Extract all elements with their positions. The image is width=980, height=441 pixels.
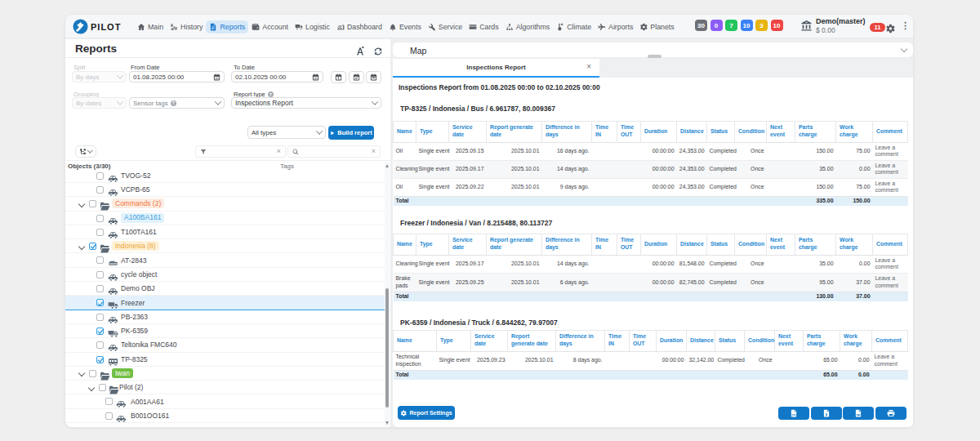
row-checkbox[interactable]	[89, 200, 96, 207]
tree-row-t100ta161[interactable]: T100TA161	[65, 225, 385, 239]
column-header[interactable]: Status	[707, 121, 735, 142]
filter-input[interactable]: ×	[195, 145, 286, 158]
tree-row-pilot-2-[interactable]: Pilot (2)	[65, 381, 385, 394]
column-header[interactable]: Comment	[873, 121, 908, 142]
counter-badge-5[interactable]: 10	[771, 20, 783, 31]
table-cell[interactable]: Leave a comment	[873, 142, 908, 160]
nav-item-logistic[interactable]: Logistic	[292, 20, 333, 33]
column-header[interactable]: Name	[394, 121, 416, 142]
column-header[interactable]: Name	[394, 234, 416, 255]
split-select[interactable]: By days	[72, 71, 127, 82]
tree-row-a100ba161[interactable]: A100BA161	[65, 212, 385, 225]
column-header[interactable]: Distance	[687, 330, 715, 351]
table-cell[interactable]: Leave a comment	[873, 274, 908, 292]
column-header[interactable]: Condition	[735, 234, 767, 255]
nav-item-algorithms[interactable]: Algorithms	[502, 20, 554, 33]
row-checkbox[interactable]	[96, 256, 104, 264]
column-header[interactable]: Next event	[775, 330, 804, 351]
scrollbar-thumb[interactable]	[385, 288, 389, 408]
column-header[interactable]: Distance	[677, 234, 707, 255]
tree-view-button[interactable]	[75, 145, 96, 158]
row-checkbox[interactable]	[96, 215, 104, 222]
tree-row-tvog-52[interactable]: TVOG-52	[65, 169, 385, 183]
clear-filter-icon[interactable]: ×	[277, 148, 281, 155]
column-header[interactable]: Next event	[767, 234, 795, 255]
tree-row-indonesia-8-[interactable]: Indonesia (8)	[65, 239, 385, 253]
calendar-month-button[interactable]	[366, 71, 381, 83]
column-header[interactable]: Condition	[735, 121, 767, 142]
column-header[interactable]: Type	[416, 234, 449, 255]
tree-row-vcpb-65[interactable]: VCPB-65	[65, 183, 385, 197]
nav-item-airports[interactable]: Airports	[595, 20, 636, 33]
column-header[interactable]: Next event	[767, 121, 795, 142]
row-checkbox[interactable]	[96, 341, 104, 349]
column-header[interactable]: Service date	[471, 330, 508, 351]
row-checkbox[interactable]	[89, 370, 96, 377]
row-checkbox[interactable]	[96, 229, 104, 236]
tree-row-at-2843[interactable]: AT-2843	[65, 253, 385, 267]
export-print-button[interactable]	[875, 407, 906, 420]
column-header[interactable]: Report generate date	[508, 330, 556, 351]
row-checkbox[interactable]	[96, 314, 104, 321]
more-menu-button[interactable]: ⋮	[901, 20, 910, 31]
row-checkbox[interactable]	[105, 412, 113, 420]
tab-inspections-report[interactable]: Inspections Report ×	[393, 59, 599, 78]
search-input[interactable]: ×	[287, 145, 381, 158]
build-report-button[interactable]: Build report	[328, 126, 374, 140]
export-xls-button[interactable]	[811, 407, 842, 420]
expand-chevron-icon[interactable]	[87, 384, 94, 390]
column-header[interactable]: Parts charge	[795, 121, 836, 142]
row-checkbox[interactable]	[89, 243, 96, 250]
column-header[interactable]: Time IN	[592, 234, 617, 255]
nav-item-service[interactable]: Service	[425, 20, 466, 33]
account-widget[interactable]: Demo(master) $ 0.00	[800, 17, 866, 34]
report-type-select[interactable]: Inspections Report	[231, 97, 381, 109]
row-checkbox[interactable]	[99, 384, 106, 391]
tree-row-cycle-object[interactable]: cycle object	[65, 268, 385, 282]
tree-row-pk-6359[interactable]: PK-6359	[65, 324, 385, 338]
nav-item-main[interactable]: Main	[134, 20, 167, 33]
nav-item-events[interactable]: Events	[385, 20, 425, 33]
tree-row-teltonika-fmc640[interactable]: Teltonika FMC640	[65, 338, 385, 352]
tab-close-icon[interactable]: ×	[586, 62, 591, 71]
panel-drag-handle[interactable]	[648, 55, 662, 58]
from-date-input[interactable]: 01.08.2025 00:00	[129, 71, 225, 82]
column-header[interactable]: Difference in days	[556, 330, 605, 351]
row-checkbox[interactable]	[96, 271, 104, 278]
font-size-button[interactable]	[355, 45, 365, 55]
column-header[interactable]: Report generate date	[487, 234, 542, 255]
column-header[interactable]: Status	[715, 330, 745, 351]
tree-row-tp-8325[interactable]: TP-8325	[65, 353, 385, 367]
column-header[interactable]: Time IN	[605, 330, 630, 351]
expand-chevron-icon[interactable]	[78, 370, 85, 376]
grouping-select[interactable]: By dates	[72, 97, 127, 109]
tree-row-demo-obj[interactable]: Demo OBJ	[65, 282, 385, 296]
clear-search-icon[interactable]: ×	[372, 148, 376, 155]
column-header[interactable]: Service date	[449, 234, 487, 255]
export-csv-button[interactable]	[778, 407, 809, 420]
table-cell[interactable]: Leave a comment	[873, 160, 908, 178]
column-header[interactable]: Work charge	[836, 234, 873, 255]
nav-item-history[interactable]: History	[167, 20, 206, 33]
nav-item-climate[interactable]: Climate	[553, 20, 595, 33]
expand-chevron-icon[interactable]	[78, 201, 85, 207]
column-header[interactable]: Time IN	[592, 121, 617, 142]
nav-item-cards[interactable]: Cards	[466, 20, 501, 33]
tree-row-b001oo161[interactable]: B001OO161	[65, 409, 385, 423]
row-checkbox[interactable]	[96, 186, 104, 194]
column-header[interactable]: Comment	[873, 234, 908, 255]
column-header[interactable]: Time OUT	[630, 330, 657, 351]
scroll-up-arrow[interactable]	[385, 164, 389, 167]
sensor-tags-select[interactable]: Sensor tags?	[129, 97, 225, 109]
nav-item-dashboard[interactable]: Dashboard	[333, 20, 385, 33]
row-checkbox[interactable]	[105, 398, 113, 405]
report-settings-button[interactable]: Report Settings	[398, 406, 455, 420]
column-header[interactable]: Name	[394, 330, 437, 351]
column-header[interactable]: Time OUT	[617, 121, 641, 142]
expand-chevron-icon[interactable]	[78, 243, 85, 249]
column-header[interactable]: Type	[416, 121, 449, 142]
row-checkbox[interactable]	[96, 285, 104, 292]
row-checkbox[interactable]	[96, 356, 104, 363]
row-checkbox[interactable]	[96, 172, 104, 180]
table-cell[interactable]: Leave a comment	[873, 255, 908, 274]
